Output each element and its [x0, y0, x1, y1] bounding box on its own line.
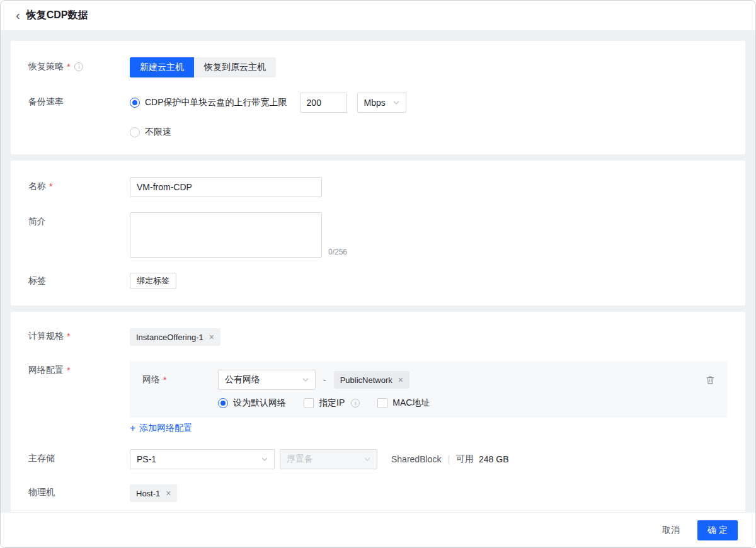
tag-label: 标签 [28, 275, 46, 287]
provision-value: 厚置备 [287, 454, 313, 465]
strategy-label-group: 恢复策略 * i [28, 57, 130, 72]
trash-icon[interactable] [706, 375, 715, 385]
name-label: 名称 [28, 181, 46, 192]
required-mark: * [67, 331, 70, 341]
network-panel: 网络 * 公有网络 - PublicNetwork [130, 361, 728, 418]
page-header: ‹ 恢复CDP数据 [1, 1, 755, 31]
default-network-radio[interactable] [218, 398, 228, 408]
char-counter: 0/256 [328, 248, 347, 258]
strategy-label: 恢复策略 [28, 61, 64, 72]
strategy-segmented: 新建云主机 恢复到原云主机 [130, 57, 276, 77]
description-textarea[interactable] [130, 212, 322, 258]
required-mark: * [67, 62, 70, 72]
assign-ip-checkbox[interactable] [304, 398, 314, 408]
chevron-down-icon [393, 101, 399, 105]
restore-cdp-page: ‹ 恢复CDP数据 恢复策略 * i 新建云主机 恢复到原云主机 [0, 0, 756, 548]
host-tag-label: Host-1 [136, 489, 160, 498]
mac-checkbox[interactable] [377, 398, 387, 408]
name-label-group: 名称 * [28, 177, 130, 192]
available-value: 248 GB [479, 454, 508, 464]
offering-field: InstanceOffering-1 × [130, 328, 728, 346]
info-icon[interactable]: i [351, 399, 360, 408]
cancel-button[interactable]: 取消 [662, 525, 680, 536]
strategy-original-vm-button[interactable]: 恢复到原云主机 [194, 57, 276, 77]
description-field: 0/256 [130, 212, 728, 258]
assign-ip-option: 指定IP i [304, 397, 360, 409]
add-network-link[interactable]: + 添加网络配置 [130, 423, 192, 434]
divider: | [447, 454, 450, 464]
tag-label-group: 标签 [28, 273, 130, 287]
network-select[interactable]: 公有网络 [218, 370, 316, 390]
storage-label-group: 主存储 [28, 449, 130, 464]
storage-field: PS-1 厚置备 SharedBlock | 可用 [130, 449, 728, 469]
required-mark: * [67, 365, 70, 375]
chevron-down-icon [302, 378, 309, 382]
bind-tag-button[interactable]: 绑定标签 [130, 273, 176, 289]
rate-unit-value: Mbps [364, 98, 386, 108]
info-icon[interactable]: i [74, 62, 83, 71]
default-network-option: 设为默认网络 [218, 397, 286, 409]
network-options-line: 设为默认网络 指定IP i MAC地址 [218, 397, 715, 409]
network-tag-label: PublicNetwork [340, 375, 392, 385]
close-icon[interactable]: × [166, 489, 171, 498]
rate-limited-option: CDP保护中单块云盘的上行带宽上限 Mbps [130, 93, 406, 113]
rate-value-input[interactable] [300, 93, 347, 113]
config-card: 计算规格 * InstanceOffering-1 × 网络配置 * [11, 312, 745, 512]
mac-label: MAC地址 [392, 397, 430, 409]
description-label-group: 简介 [28, 212, 130, 227]
strategy-new-vm-button[interactable]: 新建云主机 [130, 57, 194, 77]
host-row: 物理机 Host-1 × [28, 484, 728, 502]
required-mark: * [163, 375, 166, 385]
plus-icon: + [130, 423, 135, 433]
dash-separator: - [323, 375, 326, 385]
back-icon[interactable]: ‹ [16, 9, 20, 21]
host-field: Host-1 × [130, 484, 728, 502]
add-network-label: 添加网络配置 [139, 423, 192, 434]
storage-info: SharedBlock | 可用 248 GB [391, 454, 509, 465]
default-network-label: 设为默认网络 [233, 397, 286, 409]
primary-storage-select[interactable]: PS-1 [130, 449, 275, 469]
name-input[interactable] [130, 177, 322, 197]
network-config-field: 网络 * 公有网络 - PublicNetwork [130, 361, 728, 434]
required-mark: * [49, 181, 52, 191]
name-row: 名称 * [28, 177, 728, 197]
storage-label: 主存储 [28, 453, 55, 464]
host-tag: Host-1 × [130, 484, 177, 502]
basic-info-card: 名称 * 简介 0/256 标签 [11, 161, 745, 305]
mac-option: MAC地址 [377, 397, 430, 409]
close-icon[interactable]: × [209, 333, 214, 341]
available-label: 可用 [456, 454, 474, 465]
chevron-down-icon [261, 457, 268, 461]
host-label-group: 物理机 [28, 484, 130, 498]
rate-unlimited-option: 不限速 [130, 127, 171, 138]
rate-limited-label: CDP保护中单块云盘的上行带宽上限 [145, 97, 287, 108]
network-config-label-group: 网络配置 * [28, 361, 130, 376]
offering-label: 计算规格 [28, 331, 64, 342]
description-label: 简介 [28, 216, 46, 227]
network-tag: PublicNetwork × [334, 371, 410, 389]
rate-unlimited-radio[interactable] [130, 127, 140, 137]
network-label: 网络 [142, 374, 160, 385]
rate-row: 备份速率 CDP保护中单块云盘的上行带宽上限 Mbps [28, 93, 728, 138]
storage-row: 主存储 PS-1 厚置备 [28, 449, 728, 469]
rate-field: CDP保护中单块云盘的上行带宽上限 Mbps 不限速 [130, 93, 728, 138]
page-title: 恢复CDP数据 [26, 9, 88, 22]
close-icon[interactable]: × [398, 375, 403, 384]
confirm-button[interactable]: 确 定 [697, 520, 738, 540]
description-row: 简介 0/256 [28, 212, 728, 258]
rate-unit-select[interactable]: Mbps [357, 93, 406, 113]
assign-ip-label: 指定IP [319, 397, 345, 409]
network-config-label: 网络配置 [28, 365, 64, 376]
tag-field: 绑定标签 [130, 273, 728, 289]
offering-label-group: 计算规格 * [28, 328, 130, 342]
tag-row: 标签 绑定标签 [28, 273, 728, 289]
offering-tag-label: InstanceOffering-1 [136, 333, 203, 342]
name-field [130, 177, 728, 197]
offering-row: 计算规格 * InstanceOffering-1 × [28, 328, 728, 346]
rate-limited-radio[interactable] [130, 98, 140, 108]
network-label-group: 网络 * [142, 374, 218, 385]
strategy-card: 恢复策略 * i 新建云主机 恢复到原云主机 备份速率 [11, 41, 745, 154]
network-config-row: 网络配置 * 网络 * 公有网络 [28, 361, 728, 434]
strategy-field: 新建云主机 恢复到原云主机 [130, 57, 728, 77]
rate-label-group: 备份速率 [28, 93, 130, 108]
